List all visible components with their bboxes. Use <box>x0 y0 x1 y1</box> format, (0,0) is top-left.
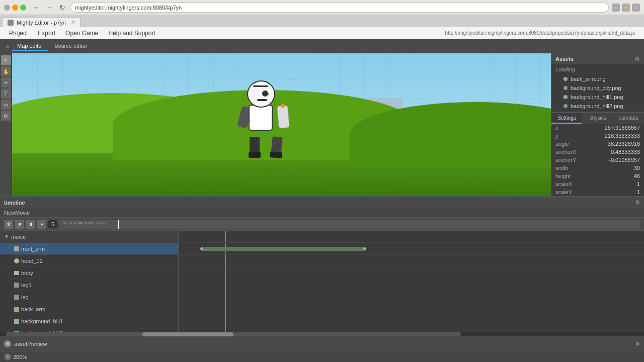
settings-label-angle: angle <box>555 141 586 147</box>
asset-name-bg-hill2: background_hill2.png <box>571 103 623 109</box>
track-label-movie: movie <box>11 234 26 240</box>
menu-project[interactable]: Project <box>4 29 33 38</box>
browser-url-bar[interactable]: mightyeditor.mightyfingers.com:8080/#p7y… <box>70 3 609 13</box>
settings-label-anchorx: anchorX <box>555 149 586 155</box>
asset-name-back-arm: back_arm.png <box>571 76 606 82</box>
scrollbar-thumb[interactable] <box>142 332 233 336</box>
track-icon-back-arm <box>14 307 19 312</box>
tool-settings[interactable]: ⚙ <box>1 111 11 121</box>
tl-delete-btn[interactable]: 🗑 <box>4 220 13 229</box>
timeline-scrollbar[interactable] <box>0 332 644 336</box>
browser-maximize-btn[interactable] <box>20 5 26 11</box>
toolbar-home-btn[interactable]: ⌂ <box>4 42 11 50</box>
asset-bg-city[interactable]: background_city.png <box>551 83 644 93</box>
asset-bg-hill2[interactable]: background_hill2.png <box>551 102 644 111</box>
browser-forward-btn[interactable]: → <box>44 3 55 13</box>
track-leg[interactable]: leg <box>0 291 178 303</box>
tl-ruler[interactable]: 10 20 30 40 50 60 70 80 <box>59 220 640 229</box>
keyframe-row-leg1 <box>179 279 644 291</box>
tl-stop-btn[interactable]: ■ <box>15 220 24 229</box>
browser-menu-icon[interactable]: ≡ <box>632 4 640 12</box>
tab-source-editor[interactable]: Source editor <box>49 41 92 51</box>
keyframe-row-front-arm <box>179 243 644 255</box>
keyframe-front-arm-start[interactable] <box>200 247 203 250</box>
asset-bg-hill1[interactable]: background_hill1.png <box>551 93 644 102</box>
settings-tab-physics[interactable]: physics <box>582 113 613 124</box>
tool-hand[interactable]: ✋ <box>1 66 11 76</box>
track-back-arm[interactable]: back_arm <box>0 303 178 315</box>
browser-close-btn[interactable] <box>4 5 10 11</box>
track-leg1[interactable]: leg1 <box>0 279 178 291</box>
tool-shape[interactable]: ▭ <box>1 100 11 110</box>
keyframe-row-movie <box>179 231 644 243</box>
settings-value-anchorx[interactable]: 0.48333333 <box>586 149 640 155</box>
assets-settings-icon[interactable]: ⚙ <box>634 55 640 62</box>
settings-value-width[interactable]: 30 <box>586 165 640 171</box>
timeline-controls: 🗑 ■ ⏸ ● 5 10 20 30 40 50 60 70 80 <box>0 218 644 231</box>
keyframe-row-bg-hill1 <box>179 315 644 327</box>
tl-add-btn[interactable]: ● <box>37 220 46 229</box>
zoom-icon[interactable]: ◎ <box>4 353 11 360</box>
timeline-title: timeline <box>4 200 25 206</box>
tl-pause-btn[interactable]: ⏸ <box>26 220 35 229</box>
settings-row-x: x 267.91666667 <box>551 124 644 132</box>
settings-value-scaley[interactable]: 1 <box>586 189 640 195</box>
tab-map-editor[interactable]: Map editor <box>12 41 48 51</box>
asset-back-arm[interactable]: back_arm.png <box>551 74 644 83</box>
asset-name-bg-city: background_city.png <box>571 85 621 91</box>
track-bg-hill2[interactable]: background_hill2 <box>0 327 178 332</box>
settings-tab-userdata[interactable]: userdata <box>613 113 644 124</box>
track-icon-front-arm <box>14 246 19 251</box>
track-bg-hill1[interactable]: background_hill1 <box>0 315 178 327</box>
tool-pen[interactable]: ✏ <box>1 77 11 87</box>
menu-help[interactable]: Help and Support <box>103 29 160 38</box>
settings-value-x[interactable]: 267.91666667 <box>586 125 640 131</box>
settings-tab-settings[interactable]: Settings <box>551 113 582 124</box>
settings-value-angle[interactable]: 38.23326916 <box>586 141 640 147</box>
browser-refresh-btn[interactable]: ↻ <box>57 3 67 13</box>
asset-preview-gear[interactable]: ⚙ <box>635 341 640 346</box>
extension-icon[interactable]: ⚡ <box>622 4 630 12</box>
timeline-tracks: ▼ movie front_arm head_02 body <box>0 231 644 332</box>
tool-cursor[interactable]: ↖ <box>1 55 11 65</box>
scrollbar-track[interactable] <box>6 332 461 336</box>
content-area: ↖ ✋ ✏ T ▭ ⚙ <box>0 53 644 196</box>
settings-row-anchorx: anchorX 0.48333333 <box>551 148 644 156</box>
track-arrow-movie: ▼ <box>4 234 9 239</box>
track-front-arm[interactable]: front_arm <box>0 243 178 255</box>
track-icon-bg-hill1 <box>14 319 19 324</box>
keyframe-front-arm-end[interactable] <box>363 247 366 250</box>
browser-minimize-btn[interactable] <box>12 5 18 11</box>
track-label-bg-hill1: background_hill1 <box>21 318 63 324</box>
keyframe-row-head-02 <box>179 255 644 267</box>
track-head-02[interactable]: head_02 <box>0 255 178 267</box>
browser-nav: ← → ↻ <box>31 3 67 13</box>
tool-text[interactable]: T <box>1 88 11 99</box>
keyframe-row-leg <box>179 291 644 303</box>
canvas-area[interactable] <box>12 53 551 196</box>
tab-close-btn[interactable]: ✕ <box>71 20 75 25</box>
settings-value-y[interactable]: 218.33333333 <box>586 133 640 139</box>
settings-value-height[interactable]: 46 <box>586 173 640 179</box>
track-body[interactable]: body <box>0 267 178 279</box>
settings-value-scalex[interactable]: 1 <box>586 181 640 187</box>
zoom-level: 200% <box>13 354 27 360</box>
timeline-header: timeline ⚙ <box>0 197 644 208</box>
tl-frame-counter: 5 <box>48 220 57 228</box>
settings-value-anchory[interactable]: -0.01086957 <box>586 157 640 163</box>
bookmark-icon[interactable]: ☆ <box>612 4 620 12</box>
url-text: mightyeditor.mightyfingers.com:8080/#p7y… <box>75 5 182 11</box>
timeline-gear-icon[interactable]: ⚙ <box>635 199 640 206</box>
browser-back-btn[interactable]: ← <box>31 3 42 13</box>
track-movie[interactable]: ▼ movie <box>0 231 178 243</box>
keyframe-bar-front-arm <box>202 247 365 251</box>
menu-export[interactable]: Export <box>33 29 60 38</box>
track-labels: ▼ movie front_arm head_02 body <box>0 231 179 332</box>
browser-tab[interactable]: Mighty Editor - p7yn ✕ <box>2 17 80 27</box>
menu-open-game[interactable]: Open Game <box>60 29 103 38</box>
char-leg-right <box>271 137 282 157</box>
character-sprite[interactable] <box>238 80 289 156</box>
tl-playhead <box>118 220 119 229</box>
settings-label-height: height <box>555 173 586 179</box>
asset-preview-icon[interactable]: ◎ <box>4 340 11 347</box>
